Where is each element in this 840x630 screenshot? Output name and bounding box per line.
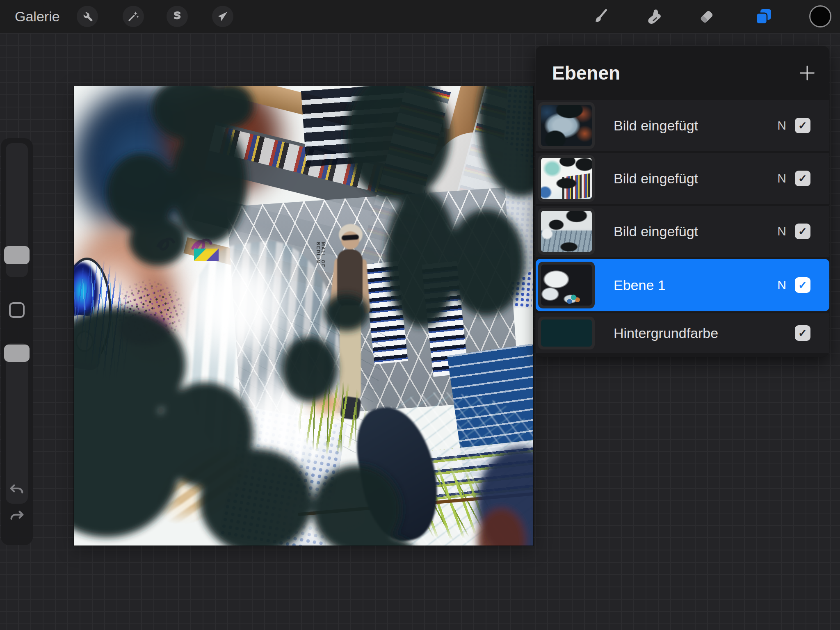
layer-visibility-checkbox[interactable]: ✓ bbox=[795, 277, 810, 293]
undo-button[interactable] bbox=[5, 480, 29, 500]
adjustments-button[interactable] bbox=[123, 6, 144, 27]
modify-button[interactable] bbox=[9, 302, 25, 318]
brush-sidebar bbox=[1, 138, 33, 545]
actions-button[interactable] bbox=[77, 6, 98, 27]
layers-panel-button[interactable] bbox=[754, 7, 774, 26]
drawing-canvas[interactable]: MALL OF BERLIN bbox=[74, 86, 533, 546]
layer-name: Bild eingefügt bbox=[614, 224, 698, 240]
layer-thumbnail[interactable] bbox=[538, 262, 595, 308]
redo-arrow-icon bbox=[9, 508, 25, 525]
selection-s-icon bbox=[171, 10, 183, 23]
layer-visibility-checkbox[interactable]: ✓ bbox=[795, 118, 810, 133]
magic-wand-icon bbox=[127, 10, 139, 23]
smudge-finger-icon bbox=[644, 7, 662, 25]
layer-row-bild-1[interactable]: Bild eingefügt N ✓ bbox=[536, 100, 829, 151]
layer-row-bild-3[interactable]: Bild eingefügt N ✓ bbox=[536, 206, 829, 257]
blend-mode-button[interactable]: N bbox=[769, 278, 794, 292]
wrench-icon bbox=[81, 10, 94, 23]
layer-name: Bild eingefügt bbox=[614, 118, 698, 134]
layer-name: Bild eingefügt bbox=[614, 171, 698, 187]
gallery-button[interactable]: Galerie bbox=[15, 0, 60, 33]
layer-thumbnail-image bbox=[541, 211, 592, 252]
eraser-tool-button[interactable] bbox=[696, 7, 716, 26]
selection-button[interactable] bbox=[167, 6, 188, 27]
layer-thumbnail-image bbox=[541, 158, 592, 199]
top-toolbar: Galerie bbox=[0, 0, 840, 33]
dark-paint-blobs bbox=[74, 86, 533, 546]
add-layer-button[interactable] bbox=[798, 64, 816, 82]
blend-mode-button[interactable]: N bbox=[769, 224, 794, 238]
opacity-slider-handle[interactable] bbox=[4, 345, 30, 362]
paint-brush-icon bbox=[591, 7, 609, 25]
blend-mode-button[interactable]: N bbox=[769, 119, 794, 132]
layer-row-bild-2[interactable]: Bild eingefügt N ✓ bbox=[536, 153, 829, 204]
procreate-workspace: { "topbar": { "gallery_label": "Galerie"… bbox=[0, 0, 840, 630]
layers-panel-title: Ebenen bbox=[552, 46, 620, 100]
paint-tool-button[interactable] bbox=[590, 7, 609, 26]
layers-panel: Ebenen Bild eingefügt N ✓ Bild eingefügt… bbox=[536, 46, 829, 357]
active-color-swatch[interactable] bbox=[809, 5, 831, 27]
layer-visibility-checkbox[interactable]: ✓ bbox=[795, 171, 810, 186]
blend-mode-button[interactable]: N bbox=[769, 171, 794, 185]
layer-visibility-checkbox[interactable]: ✓ bbox=[795, 224, 810, 239]
undo-arrow-icon bbox=[9, 482, 25, 498]
eraser-icon bbox=[697, 7, 715, 25]
brush-size-slider-handle[interactable] bbox=[4, 246, 30, 264]
transform-arrow-icon bbox=[217, 10, 229, 23]
layer-thumbnail[interactable] bbox=[538, 102, 595, 149]
gallery-label: Galerie bbox=[15, 9, 60, 25]
smudge-tool-button[interactable] bbox=[643, 7, 663, 26]
layer-thumbnail[interactable] bbox=[538, 155, 595, 202]
background-color-row[interactable]: Hintergrundfarbe ✓ bbox=[536, 313, 829, 353]
layer-name: Hintergrundfarbe bbox=[614, 325, 718, 341]
transform-button[interactable] bbox=[212, 6, 233, 27]
layer-thumbnail-image bbox=[541, 265, 592, 306]
layer-row-ebene-1-selected[interactable]: Ebene 1 N ✓ bbox=[536, 259, 829, 311]
layer-visibility-checkbox[interactable]: ✓ bbox=[795, 325, 810, 341]
opacity-slider-track[interactable] bbox=[6, 343, 28, 504]
layers-icon bbox=[754, 7, 774, 26]
layer-thumbnail[interactable] bbox=[538, 208, 595, 255]
layers-panel-header: Ebenen bbox=[536, 46, 829, 100]
redo-button[interactable] bbox=[5, 507, 29, 526]
background-color-fill bbox=[541, 320, 592, 347]
background-color-swatch[interactable] bbox=[538, 317, 595, 349]
layer-name: Ebene 1 bbox=[614, 277, 666, 293]
layer-thumbnail-image bbox=[541, 105, 592, 146]
